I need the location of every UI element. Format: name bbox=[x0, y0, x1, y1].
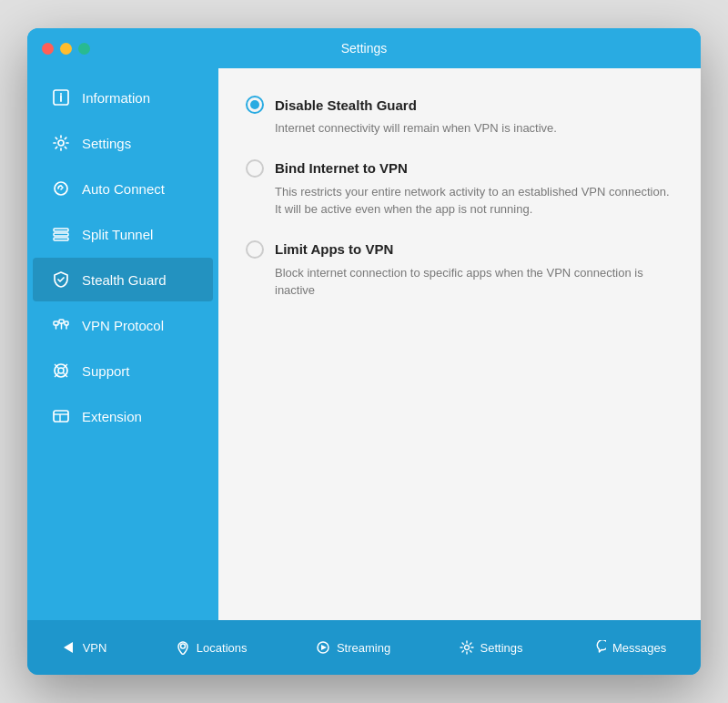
sidebar: Information Settings bbox=[27, 68, 218, 620]
auto-connect-icon bbox=[51, 178, 71, 199]
vpn-nav-icon bbox=[62, 640, 76, 655]
svg-point-15 bbox=[58, 368, 64, 373]
bottom-nav: VPN Locations Streaming bbox=[27, 620, 701, 675]
label-disable-stealth-guard: Disable Stealth Guard bbox=[275, 97, 417, 113]
app-window: Settings Information bbox=[27, 28, 701, 675]
option-bind-internet[interactable]: Bind Internet to VPN This restricts your… bbox=[246, 159, 673, 219]
desc-limit-apps: Block internet connection to specific ap… bbox=[275, 264, 673, 300]
nav-locations-label: Locations bbox=[197, 641, 248, 655]
support-icon bbox=[51, 361, 71, 381]
sidebar-label-vpn-protocol: VPN Protocol bbox=[82, 318, 164, 333]
svg-rect-6 bbox=[54, 233, 68, 236]
extension-icon bbox=[51, 406, 71, 426]
nav-messages[interactable]: Messages bbox=[581, 633, 677, 662]
settings-icon bbox=[51, 133, 71, 153]
stealth-guard-icon bbox=[51, 270, 71, 290]
vpn-protocol-icon bbox=[51, 315, 71, 335]
sidebar-item-information[interactable]: Information bbox=[33, 76, 213, 119]
svg-rect-20 bbox=[54, 411, 68, 422]
sidebar-item-settings[interactable]: Settings bbox=[33, 121, 213, 165]
nav-streaming-label: Streaming bbox=[337, 641, 390, 655]
sidebar-item-extension[interactable]: Extension bbox=[33, 394, 213, 438]
svg-point-27 bbox=[464, 646, 469, 650]
nav-vpn-label: VPN bbox=[83, 641, 107, 655]
streaming-nav-icon bbox=[316, 640, 330, 655]
nav-settings[interactable]: Settings bbox=[449, 633, 534, 662]
sidebar-label-stealth-guard: Stealth Guard bbox=[82, 272, 167, 288]
nav-settings-label: Settings bbox=[480, 641, 523, 655]
sidebar-item-split-tunnel[interactable]: Split Tunnel bbox=[33, 212, 213, 256]
sidebar-item-auto-connect[interactable]: Auto Connect bbox=[33, 167, 213, 210]
label-bind-internet: Bind Internet to VPN bbox=[275, 160, 408, 176]
nav-messages-label: Messages bbox=[612, 641, 666, 655]
svg-point-2 bbox=[60, 93, 62, 95]
sidebar-label-split-tunnel: Split Tunnel bbox=[82, 227, 153, 242]
radio-limit-apps[interactable] bbox=[246, 240, 264, 259]
maximize-button[interactable] bbox=[78, 43, 90, 55]
traffic-lights bbox=[42, 43, 90, 55]
nav-locations[interactable]: Locations bbox=[165, 633, 258, 662]
svg-marker-26 bbox=[321, 645, 327, 650]
settings-nav-icon bbox=[460, 640, 474, 655]
sidebar-item-vpn-protocol[interactable]: VPN Protocol bbox=[33, 303, 213, 347]
svg-rect-5 bbox=[54, 229, 68, 231]
radio-disable-stealth-guard[interactable] bbox=[246, 96, 264, 114]
svg-point-3 bbox=[58, 140, 64, 146]
radio-bind-internet[interactable] bbox=[246, 159, 264, 178]
sidebar-label-auto-connect: Auto Connect bbox=[82, 181, 165, 197]
sidebar-label-support: Support bbox=[82, 363, 130, 379]
desc-bind-internet: This restricts your entire network activ… bbox=[275, 183, 673, 219]
svg-rect-7 bbox=[54, 238, 68, 240]
information-icon bbox=[51, 87, 71, 107]
split-tunnel-icon bbox=[51, 224, 71, 244]
sidebar-label-settings: Settings bbox=[82, 136, 131, 151]
content-area: Disable Stealth Guard Internet connectiv… bbox=[218, 68, 701, 620]
nav-vpn[interactable]: VPN bbox=[51, 633, 118, 662]
option-disable-stealth-guard[interactable]: Disable Stealth Guard Internet connectiv… bbox=[246, 96, 673, 138]
sidebar-label-extension: Extension bbox=[82, 409, 142, 424]
nav-streaming[interactable]: Streaming bbox=[305, 633, 401, 662]
svg-marker-23 bbox=[64, 642, 73, 653]
minimize-button[interactable] bbox=[60, 43, 72, 55]
sidebar-item-support[interactable]: Support bbox=[33, 349, 213, 392]
locations-nav-icon bbox=[176, 640, 190, 655]
window-title: Settings bbox=[341, 41, 388, 56]
titlebar: Settings bbox=[27, 28, 701, 68]
label-limit-apps: Limit Apps to VPN bbox=[275, 241, 393, 257]
option-limit-apps[interactable]: Limit Apps to VPN Block internet connect… bbox=[246, 240, 673, 300]
sidebar-item-stealth-guard[interactable]: Stealth Guard bbox=[33, 258, 213, 301]
messages-nav-icon bbox=[592, 640, 606, 655]
close-button[interactable] bbox=[42, 43, 54, 55]
main-content: Information Settings bbox=[27, 68, 701, 620]
sidebar-label-information: Information bbox=[82, 90, 150, 106]
desc-disable-stealth-guard: Internet connectivity will remain when V… bbox=[275, 119, 673, 138]
svg-point-24 bbox=[180, 644, 185, 648]
